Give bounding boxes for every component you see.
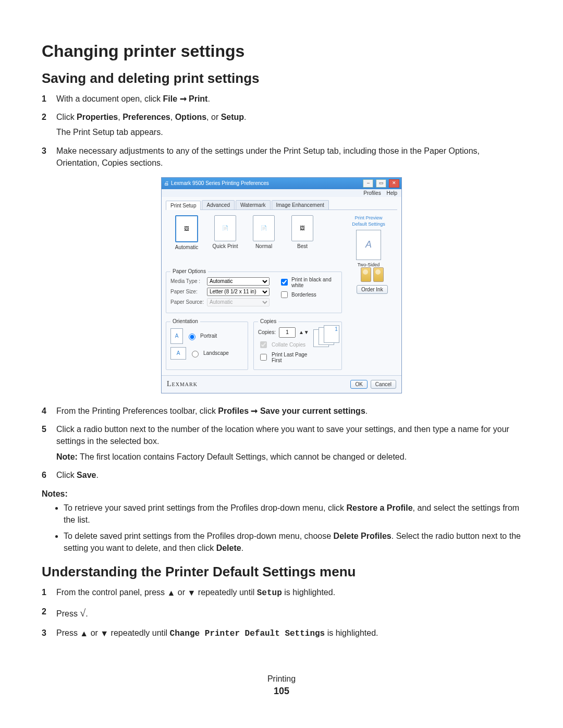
step-2-sub: The Print Setup tab appears. bbox=[56, 126, 521, 138]
quality-best[interactable]: 🖼 Best bbox=[287, 215, 318, 267]
ok-button[interactable]: OK bbox=[350, 380, 367, 389]
steps-saving: With a document open, click File ➞ Print… bbox=[42, 93, 521, 169]
window-controls: – ▭ ✕ bbox=[362, 179, 399, 188]
cancel-button[interactable]: Cancel bbox=[371, 380, 396, 389]
dialog-titlebar: 🖨 Lexmark 9500 Series Printing Preferenc… bbox=[162, 178, 401, 189]
preview-thumbnail: A bbox=[356, 230, 381, 260]
borderless-checkbox[interactable] bbox=[281, 291, 288, 298]
step-b2: Press √. bbox=[42, 606, 521, 621]
section-heading-saving: Saving and deleting print settings bbox=[42, 70, 521, 87]
page-title: Changing printer settings bbox=[42, 42, 521, 61]
step-2: Click Properties, Preferences, Options, … bbox=[42, 111, 521, 138]
portrait-radio[interactable] bbox=[189, 334, 195, 340]
ink-levels bbox=[361, 267, 384, 282]
media-type-label: Media Type : bbox=[170, 278, 204, 284]
quality-normal[interactable]: 📄 Normal bbox=[248, 215, 279, 267]
check-icon: √ bbox=[80, 607, 85, 619]
tab-watermark[interactable]: Watermark bbox=[236, 200, 271, 209]
landscape-radio[interactable] bbox=[192, 351, 199, 357]
section-heading-understanding: Understanding the Printer Default Settin… bbox=[42, 564, 521, 580]
copies-illustration: 3 2 1 bbox=[313, 325, 337, 346]
paper-size-label: Paper Size: bbox=[170, 289, 204, 294]
landscape-icon: A bbox=[170, 347, 186, 360]
paper-options-group: Paper Options Media Type : Automatic Pap… bbox=[166, 272, 342, 313]
tab-advanced[interactable]: Advanced bbox=[202, 200, 234, 209]
menu-profiles[interactable]: Profiles bbox=[363, 190, 381, 196]
quality-quick[interactable]: 📄 Quick Print bbox=[210, 215, 241, 267]
media-type-select[interactable]: Automatic bbox=[207, 277, 270, 286]
brand-logo: Lexmark bbox=[167, 380, 198, 388]
ink-cartridge-icon bbox=[373, 267, 384, 282]
tab-print-setup[interactable]: Print Setup bbox=[166, 201, 201, 210]
down-arrow-icon: ▼ bbox=[100, 627, 108, 639]
portrait-icon: A bbox=[170, 328, 183, 344]
ink-cartridge-icon bbox=[361, 267, 371, 282]
best-icon: 🖼 bbox=[291, 215, 313, 241]
paper-size-select[interactable]: Letter (8 1/2 x 11 in) bbox=[207, 288, 270, 296]
print-preview-link[interactable]: Print Preview bbox=[354, 215, 382, 220]
collate-checkbox bbox=[260, 341, 267, 348]
step-1: With a document open, click File ➞ Print… bbox=[42, 93, 521, 105]
step-6: Click Save. bbox=[42, 469, 521, 481]
dialog-menubar: Profiles Help bbox=[162, 189, 401, 197]
step-3: Make necessary adjustments to any of the… bbox=[42, 145, 521, 169]
page-footer: Printing 105 bbox=[0, 674, 563, 697]
note-2: To delete saved print settings from the … bbox=[64, 530, 521, 554]
copies-group: Copies Copies:▲▼ Collate Copies Print La… bbox=[253, 322, 342, 370]
down-arrow-icon: ▼ bbox=[188, 587, 196, 599]
orientation-group: Orientation APortrait ALandscape bbox=[166, 322, 248, 370]
dialog-screenshot: 🖨 Lexmark 9500 Series Printing Preferenc… bbox=[42, 177, 521, 393]
page-number: 105 bbox=[0, 686, 563, 697]
dialog-tabs: Print Setup Advanced Watermark Image Enh… bbox=[166, 200, 397, 210]
quality-automatic[interactable]: 🖼 Automatic bbox=[171, 215, 202, 267]
order-ink-button[interactable]: Order Ink bbox=[357, 285, 388, 294]
up-arrow-icon: ▲ bbox=[167, 587, 176, 599]
footer-section: Printing bbox=[0, 674, 563, 684]
close-button[interactable]: ✕ bbox=[389, 179, 399, 188]
menu-help[interactable]: Help bbox=[386, 190, 397, 196]
dialog-title: Lexmark 9500 Series Printing Preferences bbox=[171, 180, 269, 186]
normal-icon: 📄 bbox=[253, 215, 275, 241]
quick-icon: 📄 bbox=[214, 215, 236, 241]
minimize-button[interactable]: – bbox=[363, 179, 373, 188]
step-b3: Press ▲ or ▼ repeatedly until Change Pri… bbox=[42, 627, 521, 640]
paper-source-select: Automatic bbox=[207, 298, 270, 306]
lastfirst-checkbox[interactable] bbox=[260, 354, 267, 361]
steps-saving-cont: From the Printing Preferences toolbar, c… bbox=[42, 405, 521, 481]
step-5: Click a radio button next to the number … bbox=[42, 423, 521, 463]
app-icon: 🖨 bbox=[164, 180, 169, 186]
default-settings-link[interactable]: Default Settings bbox=[352, 221, 385, 227]
two-sided-label: Two-Sided bbox=[358, 262, 380, 267]
notes-label: Notes: bbox=[42, 489, 521, 499]
tab-image-enhancement[interactable]: Image Enhancement bbox=[272, 200, 329, 209]
paper-source-label: Paper Source: bbox=[170, 299, 204, 305]
step-b1: From the control panel, press ▲ or ▼ rep… bbox=[42, 586, 521, 599]
steps-understanding: From the control panel, press ▲ or ▼ rep… bbox=[42, 586, 521, 640]
bw-checkbox[interactable] bbox=[281, 279, 288, 286]
maximize-button[interactable]: ▭ bbox=[376, 179, 386, 188]
copies-input[interactable] bbox=[279, 327, 296, 338]
note-1: To retrieve your saved print settings fr… bbox=[64, 502, 521, 526]
notes-list: To retrieve your saved print settings fr… bbox=[42, 502, 521, 554]
copies-spinner[interactable]: ▲▼ bbox=[299, 329, 309, 335]
step-4: From the Printing Preferences toolbar, c… bbox=[42, 405, 521, 417]
automatic-icon: 🖼 bbox=[175, 215, 198, 242]
up-arrow-icon: ▲ bbox=[80, 627, 88, 639]
